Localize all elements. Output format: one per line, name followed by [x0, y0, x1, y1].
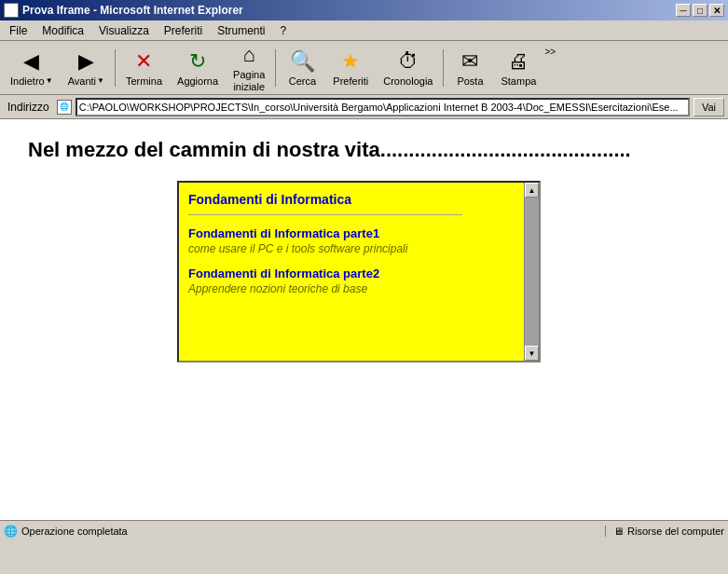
window-title: Prova Iframe - Microsoft Internet Explor… [22, 4, 243, 17]
print-icon: 🖨 [508, 49, 529, 74]
page-title: Nel mezzo del cammin di nostra vita.....… [28, 138, 700, 162]
back-arrow[interactable]: ▼ [45, 76, 53, 85]
refresh-label: Aggiorna [177, 75, 218, 87]
iframe-desc-1: come usare il PC e i tools software prin… [188, 242, 511, 255]
close-button[interactable]: ✕ [709, 4, 724, 17]
iframe-desc-2: Apprendere nozioni teoriche di base [188, 282, 511, 295]
home-button[interactable]: ⌂ Paginainiziale [227, 44, 271, 92]
go-button[interactable]: Vai [694, 98, 724, 116]
favorites-icon: ★ [341, 49, 360, 74]
scroll-track[interactable] [525, 198, 539, 346]
stop-icon: ✕ [135, 49, 152, 74]
scroll-down-button[interactable]: ▼ [525, 346, 539, 361]
history-button[interactable]: ⏱ Cronologia [377, 44, 439, 92]
computer-text: Risorse del computer [627, 526, 724, 537]
back-label: Indietro [10, 75, 45, 87]
forward-button[interactable]: ▶ Avanti ▼ [62, 44, 111, 92]
status-icon: 🌐 [4, 525, 18, 538]
status-bar: 🌐 Operazione completata 🖥 Risorse del co… [0, 520, 728, 540]
back-icon: ◀ [23, 49, 39, 74]
iframe-section-2: Fondamenti di Informatica parte2 Apprend… [188, 266, 511, 295]
mail-icon: ✉ [461, 49, 478, 74]
favorites-label: Preferiti [333, 75, 368, 87]
app-icon: e [4, 3, 19, 18]
page-icon: 🌐 [57, 100, 72, 115]
back-button[interactable]: ◀ Indietro ▼ [4, 44, 60, 92]
favorites-button[interactable]: ★ Preferiti [326, 44, 375, 92]
forward-arrow[interactable]: ▼ [96, 76, 104, 85]
home-label: Paginainiziale [233, 69, 265, 91]
print-label: Stampa [501, 75, 536, 87]
refresh-button[interactable]: ↻ Aggiorna [171, 44, 225, 92]
computer-icon: 🖥 [613, 526, 624, 537]
toolbar-sep-3 [443, 49, 444, 87]
history-icon: ⏱ [398, 49, 419, 74]
toolbar-sep-1 [115, 49, 116, 87]
iframe-subtitle-1: Fondamenti di Informatica parte1 [188, 226, 511, 240]
search-label: Cerca [289, 75, 316, 87]
main-content: Nel mezzo del cammin di nostra vita.....… [0, 119, 728, 520]
status-text: Operazione completata [21, 526, 128, 537]
iframe-area: Fondamenti di Informatica Fondamenti di … [177, 181, 541, 362]
address-label: Indirizzo [4, 101, 53, 114]
toolbar: ◀ Indietro ▼ ▶ Avanti ▼ ✕ Termina ↻ Aggi… [0, 41, 728, 95]
toolbar-sep-2 [275, 49, 276, 87]
stop-button[interactable]: ✕ Termina [119, 44, 169, 92]
menu-help[interactable]: ? [273, 22, 295, 39]
iframe-heading: Fondamenti di Informatica [188, 192, 511, 207]
iframe-content: Fondamenti di Informatica Fondamenti di … [179, 183, 524, 316]
menu-strumenti[interactable]: Strumenti [210, 22, 272, 39]
refresh-icon: ↻ [189, 49, 206, 74]
iframe-section-1: Fondamenti di Informatica parte1 come us… [188, 226, 511, 255]
iframe-scrollbar[interactable]: ▲ ▼ [524, 183, 539, 361]
print-button[interactable]: 🖨 Stampa [494, 44, 543, 92]
more-button[interactable]: >> [544, 47, 556, 57]
menu-preferiti[interactable]: Preferiti [157, 22, 210, 39]
menu-file[interactable]: File [2, 22, 34, 39]
mail-button[interactable]: ✉ Posta [447, 44, 492, 92]
menu-bar: File Modifica Visualizza Preferiti Strum… [0, 20, 728, 41]
home-icon: ⌂ [243, 43, 255, 67]
address-input[interactable] [76, 98, 690, 116]
maximize-button[interactable]: □ [693, 4, 707, 17]
forward-icon: ▶ [78, 49, 94, 74]
title-bar: e Prova Iframe - Microsoft Internet Expl… [0, 0, 728, 20]
search-icon: 🔍 [290, 49, 315, 74]
menu-modifica[interactable]: Modifica [34, 22, 91, 39]
scroll-up-button[interactable]: ▲ [525, 183, 539, 198]
history-label: Cronologia [383, 75, 433, 87]
menu-visualizza[interactable]: Visualizza [91, 22, 157, 39]
search-button[interactable]: 🔍 Cerca [280, 44, 324, 92]
minimize-button[interactable]: ─ [676, 4, 691, 17]
stop-label: Termina [126, 75, 162, 87]
iframe-subtitle-2: Fondamenti di Informatica parte2 [188, 266, 511, 280]
iframe-divider [188, 214, 462, 215]
mail-label: Posta [457, 75, 483, 87]
forward-label: Avanti [68, 75, 96, 87]
address-bar: Indirizzo 🌐 Vai [0, 95, 728, 119]
